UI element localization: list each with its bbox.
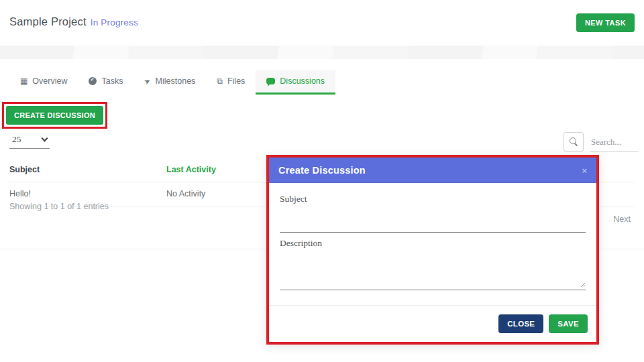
status-badge: In Progress bbox=[91, 17, 138, 27]
search-icon-box bbox=[564, 132, 584, 152]
chevron-down-icon bbox=[42, 135, 48, 141]
page-size-select[interactable]: 25 bbox=[9, 133, 50, 149]
tab-label: Discussions bbox=[280, 76, 325, 86]
project-banner bbox=[0, 46, 644, 59]
check-circle-icon bbox=[89, 77, 97, 85]
create-discussion-button[interactable]: CREATE DISCUSSION bbox=[6, 106, 103, 125]
page-title: Sample ProjectIn Progress bbox=[9, 15, 138, 28]
description-label: Description bbox=[280, 238, 586, 249]
copy-icon: ⧉ bbox=[217, 77, 223, 85]
tab-label: Overview bbox=[32, 76, 67, 86]
save-button[interactable]: SAVE bbox=[549, 314, 588, 333]
search-group bbox=[564, 132, 638, 152]
create-discussion-modal: Create Discussion × Subject Description … bbox=[266, 155, 599, 345]
tab-label: Tasks bbox=[101, 76, 123, 86]
new-task-button[interactable]: NEW TASK bbox=[576, 13, 635, 32]
cell-subject[interactable]: Hello! bbox=[9, 189, 166, 198]
tab-label: Files bbox=[227, 76, 245, 86]
column-header-subject[interactable]: Subject bbox=[9, 165, 166, 174]
modal-title: Create Discussion bbox=[278, 165, 366, 176]
tab-milestones[interactable]: ➤ Milestones bbox=[133, 70, 206, 95]
description-field[interactable] bbox=[280, 249, 586, 290]
comment-icon bbox=[266, 78, 275, 84]
project-name: Sample Project bbox=[9, 15, 87, 27]
paper-plane-icon: ➤ bbox=[143, 76, 152, 86]
tab-discussions[interactable]: Discussions bbox=[256, 70, 335, 95]
description-textarea-wrap bbox=[280, 249, 586, 290]
entries-summary: Showing 1 to 1 of 1 entries bbox=[9, 202, 109, 211]
tab-bar: ▦ Overview Tasks ➤ Milestones ⧉ Files Di… bbox=[9, 70, 335, 95]
tab-overview[interactable]: ▦ Overview bbox=[9, 70, 78, 95]
pagination-next[interactable]: Next bbox=[613, 215, 631, 224]
grid-icon: ▦ bbox=[20, 77, 28, 85]
close-icon[interactable]: × bbox=[582, 166, 587, 175]
modal-header: Create Discussion × bbox=[269, 158, 596, 183]
tab-tasks[interactable]: Tasks bbox=[78, 70, 133, 95]
tab-files[interactable]: ⧉ Files bbox=[206, 70, 256, 95]
project-page: Sample ProjectIn Progress NEW TASK ▦ Ove… bbox=[0, 0, 644, 362]
subject-field[interactable] bbox=[280, 204, 586, 233]
modal-footer: CLOSE SAVE bbox=[269, 305, 596, 342]
tab-label: Milestones bbox=[156, 76, 196, 86]
description-field-group: Description bbox=[280, 238, 586, 290]
subject-label: Subject bbox=[280, 194, 586, 204]
search-icon bbox=[570, 137, 578, 146]
page-size-value: 25 bbox=[12, 134, 21, 145]
modal-body: Subject Description bbox=[269, 183, 596, 305]
close-button[interactable]: CLOSE bbox=[498, 314, 543, 333]
create-discussion-highlight: CREATE DISCUSSION bbox=[2, 102, 107, 129]
search-input[interactable] bbox=[590, 134, 638, 152]
